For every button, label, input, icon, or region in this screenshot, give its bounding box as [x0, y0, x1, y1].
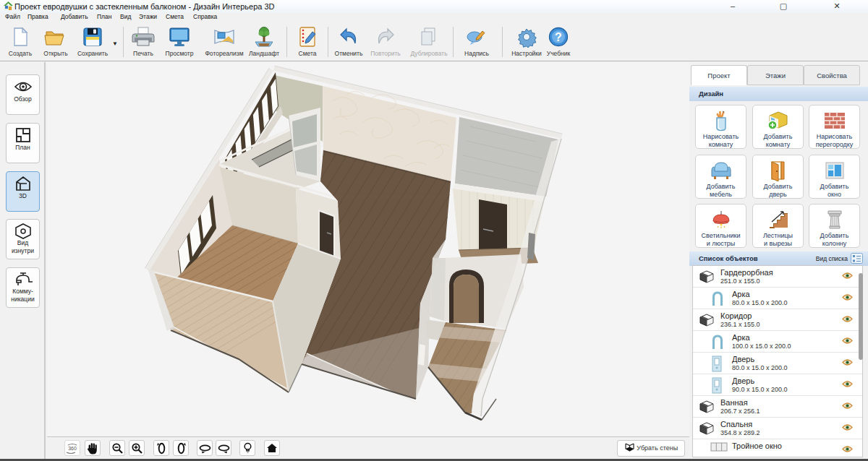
svg-text:?: ?: [555, 31, 562, 43]
svg-text:360: 360: [68, 446, 77, 451]
